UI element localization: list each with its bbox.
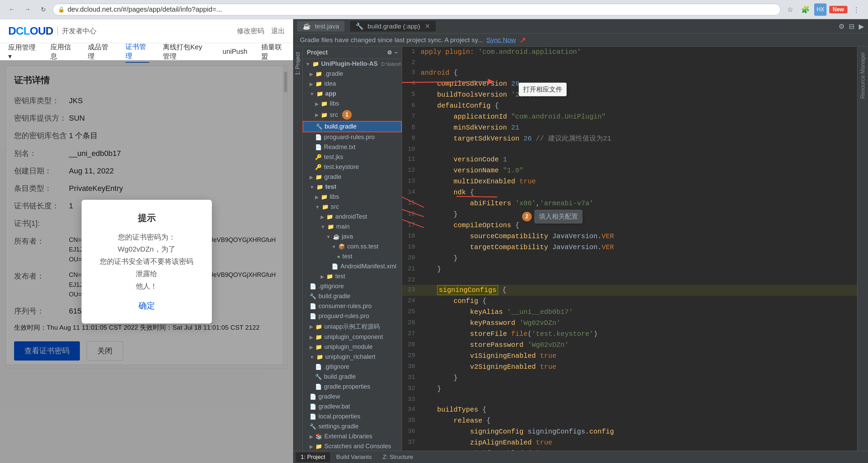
address-bar[interactable]: 🔒 dev.dcloud.net.cn/#/pages/app/detail/i… bbox=[53, 4, 781, 15]
bookmark-icon[interactable]: ☆ bbox=[784, 3, 796, 16]
extension-icon[interactable]: 🧩 bbox=[799, 3, 811, 16]
nav-product-management[interactable]: 成品管理 bbox=[88, 41, 111, 62]
tree-gradle-folder[interactable]: ▶ 📁 gradle bbox=[303, 172, 402, 182]
tree-test-jks[interactable]: 🔑 test.jks bbox=[303, 152, 402, 162]
tree-java[interactable]: ▼ ☕ java bbox=[303, 232, 402, 242]
tree-gradlew[interactable]: 📄 gradlew bbox=[303, 392, 402, 402]
tree-com-ss-test[interactable]: ▼ 📦 com.ss.test bbox=[303, 242, 402, 252]
modify-password-link[interactable]: 修改密码 bbox=[237, 26, 264, 36]
url-text: dev.dcloud.net.cn/#/pages/app/detail/inf… bbox=[68, 5, 222, 13]
tree-app[interactable]: ▼ 📁 app bbox=[303, 89, 402, 99]
tree-root-label: UniPlugin-Hello-AS bbox=[321, 60, 378, 68]
tree-richalert-gitignore[interactable]: 📄 .gitignore bbox=[303, 362, 402, 372]
tree-android-test[interactable]: ▶ 📁 androidTest bbox=[303, 212, 402, 222]
android-test-icon: ▶ bbox=[321, 214, 324, 220]
richalert-folder-icon: 📁 bbox=[316, 354, 323, 360]
tree-test-dir[interactable]: ▶ 📁 test bbox=[303, 271, 402, 281]
tree-gradle[interactable]: ▶ 📁 .gradle bbox=[303, 69, 402, 79]
tree-test-libs[interactable]: ▶ 📁 libs bbox=[303, 192, 402, 202]
sidebar-settings-icon[interactable]: ⚙ bbox=[387, 49, 392, 56]
tree-libs[interactable]: ▶ 📁 libs bbox=[303, 99, 402, 109]
project-strip-tab[interactable]: 1: Project bbox=[294, 49, 302, 78]
nav-app-info[interactable]: 应用信息 bbox=[50, 41, 74, 62]
tab-build-gradle[interactable]: 🔧 build.gradle (:app) ✕ bbox=[350, 21, 436, 32]
menu-icon[interactable]: ⋮ bbox=[850, 3, 863, 16]
tree-proguard-root[interactable]: 📄 proguard-rules.pro bbox=[303, 311, 402, 321]
nav-app-management[interactable]: 应用管理 ▾ bbox=[8, 41, 37, 62]
back-button[interactable]: ← bbox=[5, 3, 18, 16]
tree-settings-gradle[interactable]: 🔧 settings.gradle bbox=[303, 422, 402, 431]
line-num-28: 28 bbox=[402, 340, 421, 349]
code-line-35: 35 release { bbox=[402, 415, 857, 426]
sync-now-button[interactable]: Sync Now bbox=[486, 36, 516, 44]
tree-idea[interactable]: ▶ 📁 idea bbox=[303, 79, 402, 89]
logout-link[interactable]: 退出 bbox=[271, 26, 285, 36]
tree-richalert-build-gradle[interactable]: 🔧 build.gradle bbox=[303, 372, 402, 382]
tree-test-folder[interactable]: ▼ 📁 test bbox=[303, 182, 402, 192]
run-button[interactable]: ▶ bbox=[859, 22, 864, 31]
uniapp-expand-icon: ▶ bbox=[310, 324, 313, 329]
tree-build-gradle-app[interactable]: 🔧 build.gradle bbox=[303, 121, 402, 132]
tree-readme[interactable]: 📄 Readme.txt bbox=[303, 142, 402, 152]
nav-cert-management[interactable]: 证书管理 bbox=[125, 41, 149, 63]
close-tab-icon[interactable]: ✕ bbox=[425, 23, 430, 30]
tree-uniapp[interactable]: ▶ 📁 uniapp示例工程源码 bbox=[303, 321, 402, 332]
resource-manager-tab[interactable]: Resource Manager bbox=[858, 49, 867, 101]
fill-config-tooltip-text: 填入相关配置 bbox=[539, 213, 578, 220]
line-content-5: buildToolsVersion '28.0.3' bbox=[421, 90, 857, 100]
bottom-tab-structure[interactable]: Z: Structure bbox=[378, 452, 418, 462]
tree-gradle-properties[interactable]: 📄 gradle.properties bbox=[303, 382, 402, 392]
tree-test-src[interactable]: ▼ 📁 src bbox=[303, 202, 402, 212]
tree-uniplugin-module[interactable]: ▶ 📁 uniplugin_module bbox=[303, 342, 402, 352]
tree-consumer-rules[interactable]: 📄 consumer-rules.pro bbox=[303, 301, 402, 311]
cert-container: 证书详情 密钥库类型： JKS 密钥库提供方： SUN 您的密钥库包含 1 个条… bbox=[0, 60, 293, 463]
tree-root[interactable]: ▼ 📁 UniPlugin-Hello-AS D:\latest\3.5.3\A… bbox=[303, 59, 402, 69]
tree-test-keystore[interactable]: 🔑 test.keystore bbox=[303, 162, 402, 172]
tree-gitignore[interactable]: 📄 .gitignore bbox=[303, 281, 402, 291]
tree-test-class[interactable]: ● test bbox=[303, 252, 402, 261]
sidebar-collapse-icon[interactable]: − bbox=[395, 50, 398, 56]
build-gradle-root-icon: 🔧 bbox=[310, 293, 316, 300]
tree-proguard[interactable]: 📄 proguard-rules.pro bbox=[303, 132, 402, 142]
modal-confirm-button[interactable]: 确定 bbox=[138, 300, 155, 311]
tree-test-src-label: src bbox=[331, 203, 339, 210]
nav-offline-key[interactable]: 离线打包Key管理 bbox=[163, 41, 209, 62]
code-line-11: 11 versionCode 1 bbox=[402, 154, 857, 165]
bottom-tab-project[interactable]: 1: Project bbox=[296, 452, 330, 462]
module-folder-icon: 📁 bbox=[315, 344, 322, 350]
line-num-12: 12 bbox=[402, 166, 421, 175]
line-content-26: keyPassword 'Wg02vDZn' bbox=[421, 318, 857, 328]
line-content-6: defaultConfig { bbox=[421, 101, 857, 111]
code-line-32: 32 } bbox=[402, 383, 857, 394]
tree-main[interactable]: ▼ 📁 main bbox=[303, 222, 402, 232]
tree-uniplugin-component[interactable]: ▶ 📁 uniplugin_component bbox=[303, 332, 402, 342]
hx-icon[interactable]: HX bbox=[814, 3, 827, 16]
tree-test-class-label: test bbox=[342, 253, 352, 260]
tree-uniapp-label: uniapp示例工程源码 bbox=[324, 322, 380, 331]
refresh-button[interactable]: ↻ bbox=[37, 3, 49, 16]
tree-scratches-consoles[interactable]: ▶ 📁 Scratches and Consoles bbox=[303, 441, 402, 451]
line-num-4: 4 bbox=[402, 79, 421, 88]
tree-external-libraries[interactable]: ▶ 📚 External Libraries bbox=[303, 431, 402, 441]
nav-unipush[interactable]: uniPush bbox=[222, 46, 247, 57]
settings-button[interactable]: ⚙ bbox=[839, 22, 845, 31]
modal-title: 提示 bbox=[98, 212, 195, 224]
tree-gradlew-bat[interactable]: 📄 gradlew.bat bbox=[303, 402, 402, 412]
tree-local-properties[interactable]: 📄 local.properties bbox=[303, 412, 402, 422]
tab-test-java[interactable]: ☕ test.java bbox=[297, 21, 345, 32]
nav-traffic-alliance[interactable]: 插量联盟 bbox=[261, 41, 285, 62]
tree-uniplugin-richalert[interactable]: ▼ 📁 uniplugin_richalert bbox=[303, 352, 402, 362]
tree-src[interactable]: ▶ 📁 src 1 bbox=[303, 109, 402, 121]
line-num-17: 17 bbox=[402, 220, 421, 230]
sidebar-header: Project ⚙ − bbox=[303, 47, 402, 59]
bottom-tab-build-variants[interactable]: Build Variants bbox=[331, 452, 377, 462]
split-button[interactable]: ⊟ bbox=[849, 22, 855, 31]
gradle-dir-icon: 📁 bbox=[315, 174, 322, 180]
app-folder-icon: 📁 bbox=[316, 90, 323, 97]
tree-richalert-gitignore-label: .gitignore bbox=[324, 363, 349, 370]
forward-button[interactable]: → bbox=[21, 3, 34, 16]
fill-config-tooltip-wrapper: 2 填入相关配置 bbox=[522, 210, 582, 223]
tree-android-manifest[interactable]: 📄 AndroidManifest.xml bbox=[303, 261, 402, 271]
tree-build-gradle-root[interactable]: 🔧 build.gradle bbox=[303, 291, 402, 301]
tree-gradle-folder-label: gradle bbox=[324, 173, 341, 181]
